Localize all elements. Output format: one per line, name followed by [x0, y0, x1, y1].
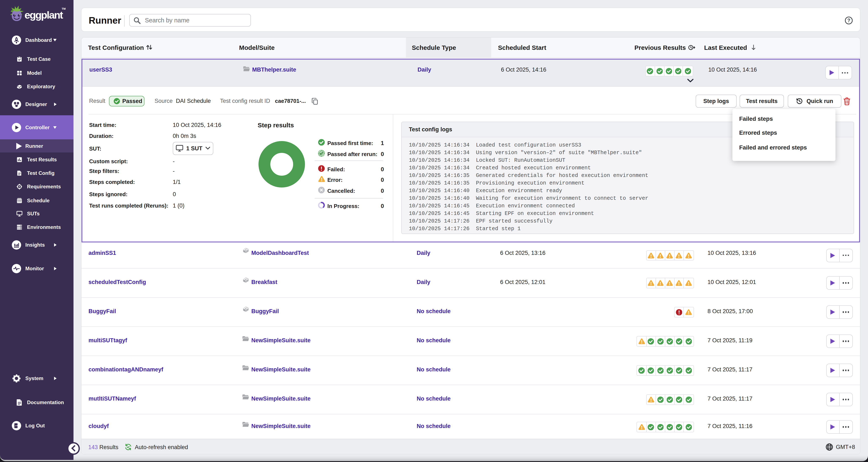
svg-text:?: ?	[847, 18, 850, 23]
